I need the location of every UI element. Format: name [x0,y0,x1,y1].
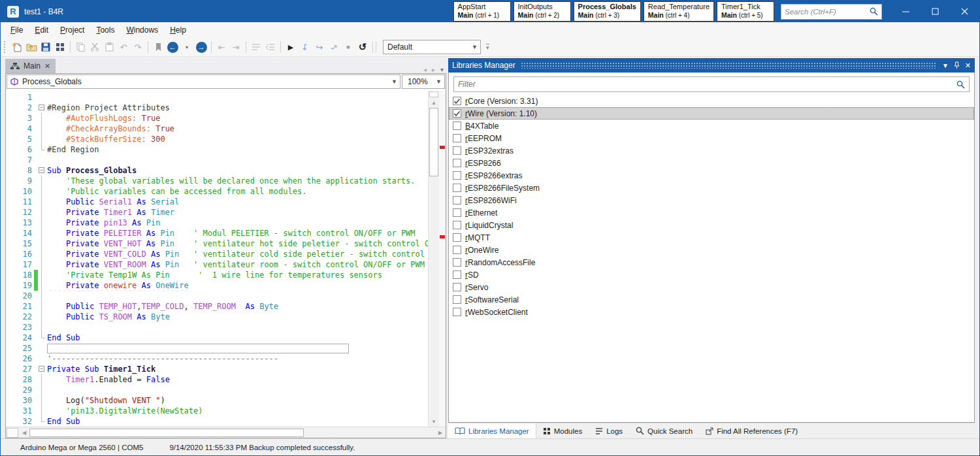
library-item[interactable]: rESP8266WiFi [449,194,974,206]
tab-libraries-manager[interactable]: Libraries Manager [448,423,536,438]
indent-icon[interactable]: ⇥ [229,39,243,55]
library-checkbox[interactable] [453,159,461,167]
library-checkbox[interactable] [453,221,461,229]
tab-quick-search[interactable]: Quick Search [629,423,699,438]
quick-button-appstart[interactable]: AppStart Main (ctrl + 1) [453,1,511,22]
library-checkbox[interactable] [453,146,461,155]
open-file-icon[interactable] [24,39,39,55]
library-checkbox[interactable] [453,246,461,254]
redo-icon[interactable]: ↷ [131,39,145,55]
library-name[interactable]: rCore (Version: 3.31) [465,97,538,106]
code-line[interactable]: 8−Sub Process_Globals [6,165,428,176]
error-mark[interactable] [440,235,445,238]
library-checkbox[interactable] [453,295,461,304]
menu-item-windows[interactable]: Windows [120,24,164,37]
minimize-button[interactable] [891,1,921,22]
menu-item-file[interactable]: File [5,24,29,37]
library-item[interactable]: rESP8266FileSystem [449,182,974,194]
library-checkbox[interactable] [453,171,461,180]
library-checkbox[interactable] [453,109,461,118]
cut-icon[interactable] [88,39,102,55]
library-checkbox[interactable] [453,196,461,204]
library-name[interactable]: rSoftwareSerial [465,295,519,304]
code-line[interactable]: 32End Sub [6,416,428,427]
maximize-button[interactable] [921,1,950,22]
code-line[interactable]: 16 Private VENT_COLD As Pin ' ventilateu… [6,249,428,259]
code-line[interactable]: 4 #CheckArrayBounds: True [6,123,428,134]
library-checkbox[interactable] [453,233,461,242]
window-position-icon[interactable]: ▼ [942,62,949,69]
library-item[interactable]: rEEPROM [449,132,974,144]
library-item[interactable]: B4XTable [449,120,974,132]
library-item[interactable]: rOneWire [449,244,974,256]
code-line[interactable]: 14 Private PELETIER As Pin ' Modul PELET… [6,228,428,238]
library-item[interactable]: rWire (Version: 1.10) [449,107,974,120]
library-item[interactable]: rEthernet [449,206,974,219]
code-line[interactable]: 12 Private Timer1 As Timer [6,207,428,218]
corner-splitter[interactable] [7,428,18,438]
library-item[interactable]: rESP8266 [449,157,974,169]
code-line[interactable]: 3 #AutoFlushLogs: True [6,113,428,123]
library-name[interactable]: rESP8266WiFi [465,196,517,205]
split-editor-handle[interactable] [429,91,438,97]
library-item[interactable]: rRandomAccessFile [449,256,974,269]
fold-collapse-icon[interactable]: − [39,366,44,372]
comment-icon[interactable] [249,39,263,55]
code-line[interactable]: 21 Public TEMP_HOT,TEMP_COLD, TEMP_ROOM … [6,301,428,312]
sub-navigator-select[interactable]: Process_Globals ▼ [7,74,400,89]
code-line[interactable]: 6#End Region [6,144,428,155]
code-line[interactable]: 10 'Public variables can be accessed fro… [6,186,428,197]
toolbar-grip[interactable] [4,41,7,53]
zoom-select[interactable]: 100% ▼ [402,74,445,89]
tab-main[interactable]: Main ✕ [5,59,56,73]
library-name[interactable]: rESP32extras [465,146,514,155]
library-name[interactable]: rMQTT [465,233,490,242]
fold-collapse-icon[interactable]: − [39,105,44,110]
library-name[interactable]: rEthernet [465,208,497,218]
library-checkbox[interactable] [453,97,461,105]
scroll-up-icon[interactable]: ▲ [429,98,439,108]
quick-button-timer1-tick[interactable]: Timer1_Tick Main (ctrl + 5) [717,1,774,22]
paste-icon[interactable] [102,39,116,55]
code-lines[interactable]: 12−#Region Project Attributes3 #AutoFlus… [6,91,428,427]
code-line[interactable]: 15 Private VENT_HOT As Pin ' ventilateur… [6,238,428,249]
scroll-left-icon[interactable]: ◀ [19,430,29,436]
scroll-right-icon[interactable]: ▶ [435,430,446,436]
code-line[interactable]: 27−Private Sub Timer1_Tick [6,364,428,374]
library-name[interactable]: rOneWire [465,246,498,255]
filter-input[interactable]: Filter [453,76,970,92]
search-input[interactable]: Search (Ctrl+F) [781,4,882,20]
rebuild-icon[interactable]: ↺ [355,39,370,55]
code-line[interactable]: 11 Public Serial1 As Serial [6,197,428,207]
library-item[interactable]: rESP32extras [449,144,974,157]
uncomment-icon[interactable] [263,39,278,55]
build-profile-select[interactable]: Default ▼ [383,40,481,54]
code-line[interactable]: 28 Timer1.Enabled = False [6,374,428,385]
code-line[interactable]: 2−#Region Project Attributes [6,103,428,113]
copy-icon[interactable] [73,39,88,55]
pin-icon[interactable] [954,61,960,69]
menu-item-help[interactable]: Help [164,24,192,37]
code-line[interactable]: 23 [6,322,428,333]
library-name[interactable]: rServo [465,283,488,292]
code-line[interactable]: 13 Private pin13 As Pin [6,218,428,228]
code-line[interactable]: 30 Log("Shutdown VENT ") [6,395,428,406]
outdent-icon[interactable]: ⇤ [214,39,229,55]
library-name[interactable]: rLiquidCrystal [465,221,513,230]
undo-icon[interactable]: ↶ [116,39,131,55]
code-line[interactable]: 25 [6,343,428,353]
library-name[interactable]: rESP8266 [465,159,501,168]
code-line[interactable]: 24End Sub [6,333,428,343]
library-checkbox[interactable] [453,258,461,267]
quick-button-initoutputs[interactable]: InitOutputs Main (ctrl + 2) [514,1,571,22]
run-icon[interactable]: ▶ [284,39,298,55]
library-item[interactable]: rMQTT [449,231,974,244]
tab-scroll-left-icon[interactable]: ◂ [423,66,427,73]
quick-button-process-globals[interactable]: Process_Globals Main (ctrl + 3) [574,1,641,22]
library-name[interactable]: rESP8266extras [465,171,522,180]
code-line[interactable]: 29 [6,385,428,395]
code-line[interactable]: 18 'Private Temp1W As Pin ' 1 wire line … [6,270,428,280]
code-line[interactable]: 7 [6,155,428,165]
horizontal-scrollbar[interactable]: ◀ ▶ [6,427,446,438]
modules-grid-icon[interactable] [53,39,67,55]
